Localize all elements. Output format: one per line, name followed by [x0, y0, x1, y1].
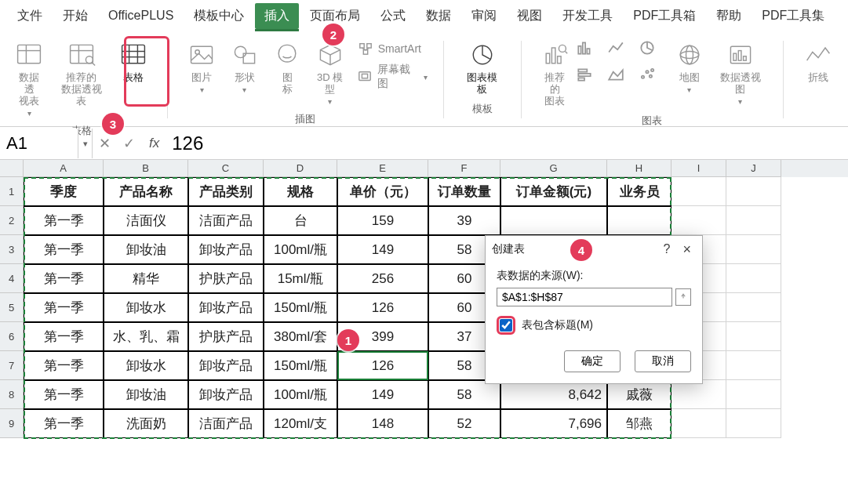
cell[interactable]: 100ml/瓶	[264, 235, 337, 264]
cell[interactable]: 256	[337, 264, 428, 293]
bar-chart-h-icon[interactable]	[576, 66, 606, 91]
col-header-A[interactable]: A	[24, 160, 104, 177]
row-header[interactable]: 4	[0, 264, 24, 293]
cell[interactable]: 第一季	[24, 322, 104, 351]
cell[interactable]: 第一季	[24, 293, 104, 322]
cell[interactable]	[726, 177, 781, 206]
cell[interactable]: 15ml/瓶	[264, 264, 337, 293]
cell[interactable]: 洁面产品	[188, 206, 264, 235]
dialog-has-header-checkbox[interactable]	[500, 319, 512, 332]
cell[interactable]: 规格	[264, 177, 337, 206]
cell[interactable]: 邹燕	[607, 409, 671, 438]
cell[interactable]: 120ml/支	[264, 409, 337, 438]
cell[interactable]	[726, 351, 781, 380]
fx-icon[interactable]: fx	[141, 136, 164, 151]
formula-input[interactable]	[164, 129, 848, 158]
cell[interactable]: 洁面产品	[188, 409, 264, 438]
dialog-titlebar[interactable]: 创建表 ? ×	[486, 236, 702, 263]
row-header[interactable]: 7	[0, 351, 24, 380]
row-header[interactable]: 5	[0, 293, 24, 322]
dialog-cancel-button[interactable]: 取消	[635, 350, 691, 372]
col-header-H[interactable]: H	[607, 160, 671, 177]
cell[interactable]: 护肤产品	[188, 264, 264, 293]
row-header[interactable]: 6	[0, 322, 24, 351]
dialog-close-button[interactable]: ×	[678, 241, 696, 258]
menu-template-center[interactable]: 模板中心	[184, 3, 253, 29]
cell[interactable]: 58	[428, 380, 500, 409]
row-header[interactable]: 2	[0, 206, 24, 235]
cell[interactable]	[726, 293, 781, 322]
icons-button[interactable]: 图 标	[266, 36, 308, 99]
col-header-G[interactable]: G	[500, 160, 607, 177]
col-header-E[interactable]: E	[337, 160, 428, 177]
name-box[interactable]	[0, 129, 78, 158]
cell[interactable]	[726, 264, 781, 293]
cell[interactable]: 卸妆油	[104, 235, 188, 264]
cell[interactable]: 52	[428, 409, 500, 438]
cell[interactable]: 订单金额(元)	[500, 177, 607, 206]
recommended-pivot-button[interactable]: 推荐的 数据透视表	[50, 36, 111, 111]
cell[interactable]: 戚薇	[607, 380, 671, 409]
cell[interactable]: 380ml/套	[264, 322, 337, 351]
menu-officeplus[interactable]: OfficePLUS	[99, 4, 183, 27]
area-chart-icon[interactable]	[607, 66, 637, 91]
cell[interactable]	[671, 206, 726, 235]
cell[interactable]	[726, 322, 781, 351]
cell[interactable]: 149	[337, 380, 428, 409]
menu-pdf-toolbox[interactable]: PDF工具箱	[624, 3, 705, 29]
cell[interactable]	[726, 235, 781, 264]
menu-home[interactable]: 开始	[53, 3, 97, 29]
cell[interactable]: 149	[337, 235, 428, 264]
col-header-D[interactable]: D	[264, 160, 337, 177]
cell[interactable]: 精华	[104, 264, 188, 293]
cell[interactable]: 第一季	[24, 206, 104, 235]
cell[interactable]	[671, 177, 726, 206]
scatter-chart-icon[interactable]	[639, 66, 668, 91]
menu-insert[interactable]: 插入	[255, 3, 299, 29]
cell[interactable]: 洗面奶	[104, 409, 188, 438]
cell[interactable]	[726, 206, 781, 235]
row-header[interactable]: 3	[0, 235, 24, 264]
cell[interactable]: 7,696	[500, 409, 607, 438]
cell[interactable]: 第一季	[24, 409, 104, 438]
cell[interactable]: 单价（元）	[337, 177, 428, 206]
cancel-formula-button[interactable]: ✕	[93, 135, 117, 152]
cell[interactable]	[671, 380, 726, 409]
select-all-corner[interactable]	[0, 160, 24, 177]
cell[interactable]: 水、乳、霜	[104, 322, 188, 351]
cell[interactable]: 洁面仪	[104, 206, 188, 235]
menu-view[interactable]: 视图	[508, 3, 551, 29]
cell[interactable]: 护肤产品	[188, 322, 264, 351]
chart-template-button[interactable]: 图表模板	[457, 36, 508, 99]
dialog-help-button[interactable]: ?	[656, 242, 679, 256]
cell[interactable]	[607, 206, 671, 235]
cell[interactable]: 第一季	[24, 380, 104, 409]
cell[interactable]: 150ml/瓶	[264, 293, 337, 322]
name-box-dropdown[interactable]: ▾	[78, 129, 93, 158]
sparkline-button[interactable]: 折线	[796, 36, 840, 87]
menu-data[interactable]: 数据	[417, 3, 460, 29]
row-header[interactable]: 8	[0, 380, 24, 409]
cell[interactable]: 产品类别	[188, 177, 264, 206]
col-header-J[interactable]: J	[726, 160, 781, 177]
smartart-button[interactable]: SmartArt	[355, 39, 431, 58]
pivot-table-button[interactable]: 数据透 视表 ▾	[8, 36, 50, 121]
cell[interactable]: 159	[337, 206, 428, 235]
cell[interactable]: 卸妆产品	[188, 293, 264, 322]
cell[interactable]: 148	[337, 409, 428, 438]
menu-pdf-tools[interactable]: PDF工具集	[752, 3, 834, 29]
row-header[interactable]: 1	[0, 177, 24, 206]
col-header-B[interactable]: B	[104, 160, 188, 177]
screenshot-button[interactable]: 屏幕截图 ▾	[355, 61, 431, 92]
menu-review[interactable]: 审阅	[462, 3, 506, 29]
cell[interactable]: 业务员	[607, 177, 671, 206]
cell[interactable]: 卸妆产品	[188, 235, 264, 264]
col-header-I[interactable]: I	[671, 160, 726, 177]
pie-chart-icon[interactable]	[639, 39, 668, 64]
cell[interactable]: 卸妆油	[104, 380, 188, 409]
cell[interactable]: 第一季	[24, 264, 104, 293]
cell[interactable]: 第一季	[24, 235, 104, 264]
cell[interactable]	[500, 206, 607, 235]
cell[interactable]: 产品名称	[104, 177, 188, 206]
cell[interactable]: 8,642	[500, 380, 607, 409]
